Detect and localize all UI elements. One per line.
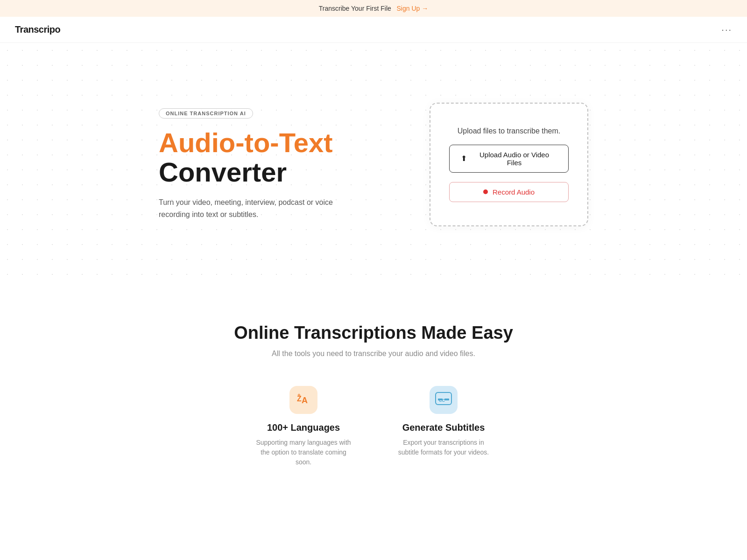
- hero-title-orange: Audio-to-Text: [159, 127, 333, 158]
- top-banner: Transcribe Your First File Sign Up →: [0, 0, 747, 17]
- hero-title: Audio-to-Text Converter: [159, 128, 392, 188]
- upload-card: Upload files to transcribe them. ⬆ Uploa…: [430, 103, 588, 226]
- subtitles-feature-desc: Export your transcriptions in subtitle f…: [392, 438, 495, 457]
- record-button-label: Record Audio: [493, 188, 535, 196]
- languages-feature-desc: Supporting many languages with the optio…: [252, 438, 355, 467]
- subtitles-icon: CC: [435, 392, 452, 408]
- feature-languages: Z A ✦ 100+ Languages Supporting many lan…: [252, 386, 355, 467]
- subtitles-feature-title: Generate Subtitles: [402, 422, 485, 433]
- feature-subtitles: CC Generate Subtitles Export your transc…: [392, 386, 495, 467]
- upload-card-prompt: Upload files to transcribe them.: [458, 127, 561, 135]
- record-audio-button[interactable]: Record Audio: [449, 182, 569, 202]
- features-section: Online Transcriptions Made Easy All the …: [0, 286, 747, 495]
- upload-icon: ⬆: [461, 154, 467, 163]
- languages-icon-wrap: Z A ✦: [289, 386, 317, 414]
- hero-text: ONLINE TRANSCRIPTION AI Audio-to-Text Co…: [159, 108, 392, 221]
- hero-content: ONLINE TRANSCRIPTION AI Audio-to-Text Co…: [117, 103, 630, 226]
- hero-badge: ONLINE TRANSCRIPTION AI: [159, 108, 253, 119]
- svg-rect-5: [444, 399, 449, 400]
- header: Transcripo ···: [0, 17, 747, 43]
- features-grid: Z A ✦ 100+ Languages Supporting many lan…: [19, 386, 728, 467]
- hero-description: Turn your video, meeting, interview, pod…: [159, 196, 355, 220]
- hero-title-dark: Converter: [159, 157, 287, 187]
- features-title: Online Transcriptions Made Easy: [19, 323, 728, 343]
- svg-text:✦: ✦: [297, 392, 301, 398]
- upload-button-label: Upload Audio or Video Files: [472, 151, 557, 167]
- menu-button[interactable]: ···: [721, 24, 732, 35]
- features-subtitle: All the tools you need to transcribe you…: [19, 350, 728, 358]
- record-dot-icon: [483, 189, 488, 194]
- hero-section: ONLINE TRANSCRIPTION AI Audio-to-Text Co…: [0, 43, 747, 286]
- banner-signup-link[interactable]: Sign Up →: [397, 5, 429, 12]
- subtitles-icon-wrap: CC: [430, 386, 458, 414]
- logo: Transcripo: [15, 24, 60, 35]
- banner-text: Transcribe Your First File: [319, 5, 391, 12]
- svg-text:CC: CC: [439, 398, 445, 403]
- languages-feature-title: 100+ Languages: [267, 422, 340, 433]
- upload-button[interactable]: ⬆ Upload Audio or Video Files: [449, 145, 569, 173]
- languages-icon: Z A ✦: [296, 391, 311, 409]
- svg-text:A: A: [302, 396, 308, 405]
